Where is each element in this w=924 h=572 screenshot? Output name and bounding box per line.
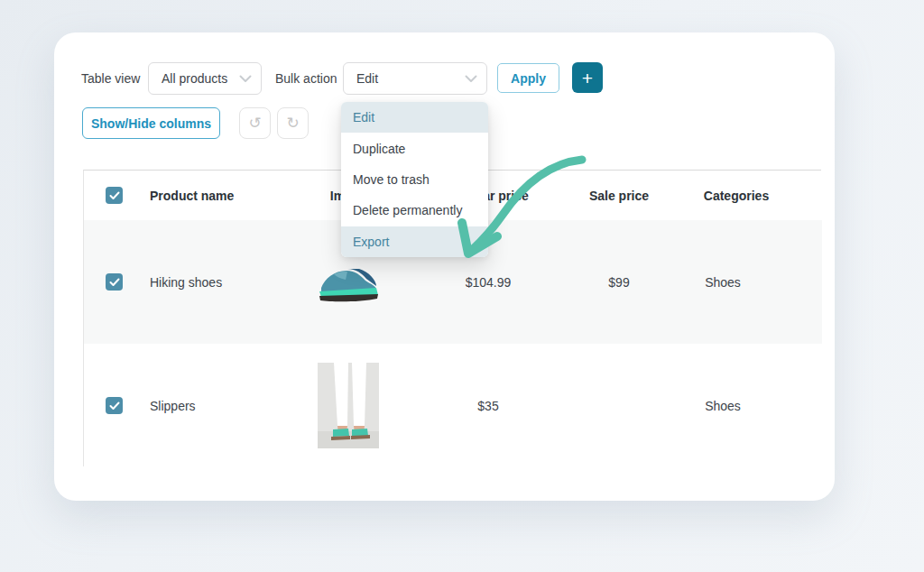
bulk-action-label: Bulk action: [275, 71, 337, 86]
apply-button[interactable]: Apply: [497, 63, 559, 93]
add-product-button[interactable]: +: [572, 62, 603, 93]
row-checkbox[interactable]: [106, 397, 123, 414]
bulk-action-menu: Edit Duplicate Move to trash Delete perm…: [341, 102, 488, 257]
header-categories[interactable]: Categories: [682, 189, 790, 203]
cell-regular-price: $35: [434, 399, 542, 413]
cell-categories: Shoes: [669, 275, 777, 290]
product-image-slippers: [318, 363, 379, 448]
row-checkbox[interactable]: [106, 273, 123, 291]
show-hide-columns-button[interactable]: Show/Hide columns: [82, 107, 220, 139]
bulk-action-select[interactable]: Edit: [343, 62, 487, 95]
plus-icon: +: [582, 69, 593, 88]
menu-item-export[interactable]: Export: [341, 226, 488, 257]
cell-product-name: Hiking shoes: [150, 275, 222, 290]
undo-icon: ↺: [248, 114, 261, 133]
cell-sale-price: $99: [565, 275, 673, 290]
check-icon: [109, 191, 120, 200]
cell-categories: Shoes: [669, 399, 777, 413]
redo-icon: ↻: [286, 114, 299, 133]
product-table-card: Table view All products Bulk action Edit…: [54, 32, 835, 501]
table-row: Slippers $35 Shoes: [84, 344, 822, 467]
table-view-select[interactable]: All products: [148, 62, 262, 95]
product-image-hiking-shoe: [316, 260, 381, 303]
table-view-label: Table view: [81, 71, 140, 86]
chevron-down-icon: [239, 75, 252, 83]
bulk-action-select-value: Edit: [356, 71, 378, 86]
menu-item-duplicate[interactable]: Duplicate: [341, 133, 488, 163]
check-icon: [109, 401, 120, 411]
check-icon: [109, 278, 120, 287]
cell-product-name: Slippers: [150, 399, 196, 413]
cell-regular-price: $104.99: [434, 275, 542, 290]
select-all-checkbox[interactable]: [106, 187, 123, 204]
menu-item-edit[interactable]: Edit: [341, 102, 488, 133]
header-product-name[interactable]: Product name: [150, 189, 234, 203]
menu-item-move-to-trash[interactable]: Move to trash: [341, 164, 488, 195]
redo-button[interactable]: ↻: [277, 107, 309, 139]
undo-button[interactable]: ↺: [239, 107, 271, 139]
table-view-select-value: All products: [162, 71, 227, 86]
header-sale-price[interactable]: Sale price: [565, 189, 673, 203]
chevron-down-icon: [465, 75, 477, 83]
menu-item-delete-permanently[interactable]: Delete permanently: [341, 195, 488, 226]
